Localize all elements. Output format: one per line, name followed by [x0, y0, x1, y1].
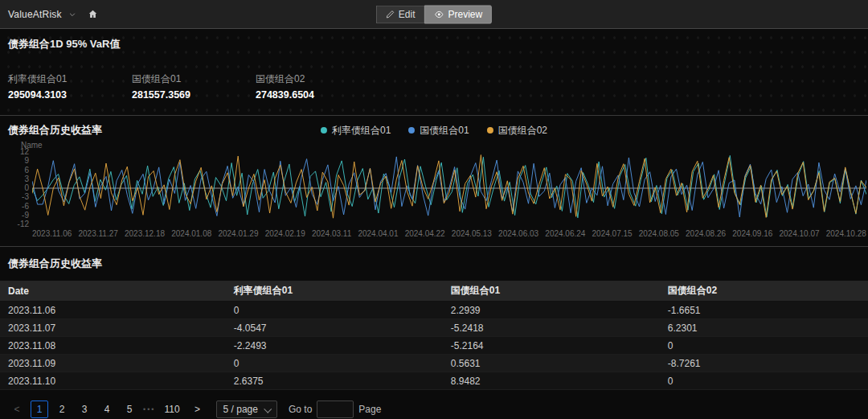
table-cell: 2023.11.10	[0, 372, 226, 390]
x-tick: 2024.07.15	[592, 229, 633, 238]
table-cell: 0	[660, 372, 868, 390]
chart-legend: 利率债组合01 国债组合01 国债组合02	[321, 124, 547, 138]
page-button-1[interactable]: 1	[31, 401, 48, 418]
returns-chart: Name 12 9 6 3 0 -3 -6 -9 -12 2023.11.06 …	[8, 142, 860, 241]
page-suffix-label: Page	[358, 404, 381, 415]
y-tick: 0	[24, 184, 29, 192]
x-tick: 2024.10.28	[826, 229, 866, 238]
x-tick: 2024.08.05	[639, 229, 679, 238]
chart-section: 债券组合历史收益率 利率债组合01 国债组合01 国债组合02 Name 12 …	[0, 115, 868, 243]
page-button-5[interactable]: 5	[121, 401, 138, 418]
table-cell: 0.5631	[443, 355, 660, 372]
x-tick: 2024.06.24	[545, 229, 585, 238]
y-tick: -3	[22, 193, 29, 201]
plot-area	[32, 151, 866, 225]
kpi-value: 274839.6504	[256, 89, 379, 101]
goto-page-input[interactable]	[317, 401, 354, 418]
x-tick: 2023.11.27	[78, 229, 117, 238]
legend-label: 国债组合01	[420, 124, 469, 138]
next-page-button[interactable]: >	[189, 401, 207, 418]
x-tick: 2024.01.08	[171, 229, 211, 238]
x-tick: 2024.10.07	[780, 229, 820, 238]
table-cell: 0	[660, 337, 868, 355]
table-cell: -1.6651	[660, 302, 868, 319]
table-cell: 2.6375	[226, 372, 443, 390]
table-cell: -5.2418	[443, 319, 660, 337]
home-icon	[88, 9, 98, 19]
kpi-label: 利率债组合01	[8, 72, 132, 86]
preview-button[interactable]: Preview	[424, 5, 493, 23]
x-axis: 2023.11.06 2023.11.27 2023.12.18 2024.01…	[32, 229, 866, 238]
legend-item[interactable]: 利率债组合01	[321, 124, 391, 138]
edit-button-label: Edit	[399, 9, 416, 20]
y-tick: 3	[24, 175, 29, 183]
chevron-down-icon	[264, 405, 272, 413]
table-header-row: Date 利率债组合01 国债组合01 国债组合02	[0, 281, 868, 302]
page-button-last[interactable]: 110	[160, 401, 183, 418]
mode-switch: Edit Preview	[376, 5, 492, 23]
table-cell: 2023.11.07	[0, 319, 226, 337]
kpi-label: 国债组合01	[132, 72, 256, 86]
topbar: ValueAtRisk Edit Preview	[0, 0, 868, 29]
table-cell: 6.2301	[660, 319, 868, 337]
legend-item[interactable]: 国债组合02	[487, 124, 547, 138]
kpi-card: 利率债组合01 295094.3103	[8, 72, 132, 101]
x-tick: 2024.06.03	[498, 229, 538, 238]
legend-item[interactable]: 国债组合01	[408, 124, 469, 138]
eye-icon	[434, 9, 444, 19]
legend-label: 国债组合02	[498, 124, 547, 138]
preview-button-label: Preview	[448, 9, 483, 20]
x-tick: 2024.04.01	[358, 229, 398, 238]
page-button-2[interactable]: 2	[53, 401, 71, 418]
legend-dot	[487, 127, 493, 134]
home-button[interactable]	[88, 9, 98, 19]
x-tick: 2024.08.26	[686, 229, 726, 238]
prev-page-button[interactable]: <	[8, 401, 26, 418]
column-header-series2: 国债组合01	[443, 281, 660, 302]
table-row: 2023.11.07 -4.0547 -5.2418 6.2301	[0, 319, 868, 337]
var-section-title: 债券组合1D 95% VaR值	[8, 37, 860, 51]
table-cell: 2023.11.09	[0, 355, 226, 372]
page-size-label: 5 / page	[223, 404, 258, 415]
goto-label: Go to	[289, 404, 312, 415]
pagination: < 1 2 3 4 5 ••• 110 > 5 / page Go to Pag…	[0, 390, 868, 419]
pencil-icon	[386, 10, 395, 18]
var-section: 债券组合1D 95% VaR值 利率债组合01 295094.3103 国债组合…	[0, 29, 868, 113]
table-row: 2023.11.10 2.6375 8.9482 0	[0, 372, 868, 390]
dashboard-select[interactable]: ValueAtRisk	[8, 9, 76, 20]
x-tick: 2024.05.13	[452, 229, 492, 238]
y-tick: -12	[18, 220, 29, 228]
table-cell: 0	[226, 355, 443, 372]
column-header-date: Date	[0, 281, 226, 302]
table-cell: 2.2939	[443, 302, 660, 319]
y-tick: 9	[24, 157, 29, 165]
table-cell: 2023.11.08	[0, 337, 226, 355]
kpi-value: 281557.3569	[132, 89, 256, 101]
table-section: 债券组合历史收益率 Date 利率债组合01 国债组合01 国债组合02 202…	[0, 246, 868, 419]
y-tick: -9	[22, 212, 29, 220]
app-title: ValueAtRisk	[8, 9, 62, 20]
page-ellipsis[interactable]: •••	[143, 405, 155, 413]
edit-button[interactable]: Edit	[376, 5, 424, 23]
legend-dot	[408, 127, 415, 134]
x-tick: 2023.12.18	[125, 229, 165, 238]
table-cell: -8.7261	[660, 355, 868, 372]
table-cell: 0	[226, 302, 443, 319]
x-tick: 2023.11.06	[32, 229, 72, 238]
table-cell: 8.9482	[443, 372, 660, 390]
column-header-series3: 国债组合02	[660, 281, 868, 302]
kpi-label: 国债组合02	[256, 72, 379, 86]
x-tick: 2024.09.16	[732, 229, 772, 238]
page-button-3[interactable]: 3	[76, 401, 93, 418]
page-button-4[interactable]: 4	[98, 401, 116, 418]
table-row: 2023.11.09 0 0.5631 -8.7261	[0, 355, 868, 372]
x-tick: 2024.01.29	[218, 229, 258, 238]
page-size-select[interactable]: 5 / page	[216, 401, 277, 418]
table-row: 2023.11.06 0 2.2939 -1.6651	[0, 302, 868, 319]
legend-label: 利率债组合01	[332, 124, 391, 138]
kpi-card: 国债组合01 281557.3569	[132, 72, 256, 101]
goto-page-control: Go to Page	[289, 401, 381, 418]
table-cell: 2023.11.06	[0, 302, 226, 319]
returns-chart-svg	[32, 151, 866, 225]
x-tick: 2024.04.22	[405, 229, 445, 238]
